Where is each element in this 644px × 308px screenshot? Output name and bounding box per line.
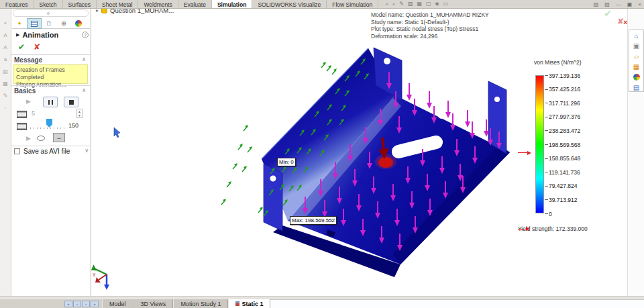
command-tab-solidworks-visualize[interactable]: SOLIDWORKS Visualize bbox=[252, 0, 327, 8]
command-tab-weldments[interactable]: Weldments bbox=[138, 0, 178, 8]
command-tab-simulation[interactable]: Simulation bbox=[212, 0, 252, 8]
edit-sketch-icon[interactable]: ✎ bbox=[399, 1, 404, 7]
message-section-header[interactable]: Message bbox=[14, 56, 42, 64]
text-style-icon[interactable]: a bbox=[1, 56, 9, 64]
play-button[interactable]: ▶ bbox=[26, 98, 31, 105]
select-tool-icon[interactable]: ⌖ bbox=[1, 19, 9, 28]
frames-spinner[interactable]: ▲ ▼ bbox=[76, 109, 83, 118]
help-icon[interactable]: ? bbox=[82, 32, 89, 38]
list-icon bbox=[31, 21, 38, 27]
task-pane-tabs: ⌂▣▱▦▤ bbox=[629, 30, 644, 92]
mouse-cursor-icon bbox=[114, 127, 120, 138]
tab-animation-wizard[interactable]: ✦ bbox=[12, 18, 27, 29]
document-tab-model[interactable]: Model bbox=[102, 299, 133, 308]
eraser-icon[interactable]: ✎ bbox=[1, 92, 9, 100]
yield-strength-row: Yield strength: 172.339.000 bbox=[518, 225, 588, 232]
command-tab-sketch[interactable]: Sketch bbox=[34, 0, 63, 8]
document-tabs: Model3D ViewsMotion Study 1Static 1 bbox=[102, 299, 270, 308]
prev-sheet-button[interactable]: ‹ bbox=[73, 301, 81, 307]
tab-display-manager[interactable] bbox=[71, 18, 86, 29]
annotation-add-icon[interactable]: A bbox=[1, 44, 9, 52]
svg-text:X: X bbox=[93, 272, 96, 277]
study-icon bbox=[235, 301, 239, 306]
resources-cube-icon[interactable]: ▣ bbox=[629, 41, 643, 51]
panel-title: Animation bbox=[22, 31, 58, 39]
min-flag[interactable]: Min: 0 bbox=[277, 158, 296, 166]
frames-per-second-icon bbox=[17, 111, 27, 118]
command-tab-features[interactable]: Features bbox=[0, 0, 34, 8]
graphics-viewport[interactable]: ▸ Question 1_MUHAM... Model name: Questi… bbox=[91, 9, 627, 296]
playmode-normal-button[interactable]: ▶ bbox=[26, 135, 31, 142]
command-tab-sheet-metal[interactable]: Sheet Metal bbox=[97, 0, 138, 8]
display-style-icon[interactable]: ▢ bbox=[426, 1, 431, 7]
document-tab-static-1[interactable]: Static 1 bbox=[228, 299, 270, 308]
legend-title: von Mises (N/m^2) bbox=[534, 59, 582, 66]
window-close-icon[interactable]: × bbox=[638, 1, 641, 8]
pin-icon[interactable]: ◦ bbox=[1, 104, 9, 112]
command-tab-evaluate[interactable]: Evaluate bbox=[178, 0, 212, 8]
stress-legend: von Mises (N/m^2) 397.139.136357.425.216… bbox=[517, 59, 627, 240]
legend-value: 79.427.824 bbox=[549, 183, 578, 189]
stop-icon bbox=[69, 100, 74, 105]
legend-value: 119.141.736 bbox=[549, 169, 580, 176]
scene-icon[interactable]: ▦ bbox=[417, 1, 422, 7]
spinner-down-icon[interactable]: ▼ bbox=[77, 113, 82, 117]
annotation-a-icon[interactable]: A bbox=[1, 32, 9, 40]
animation-collapse-arrow[interactable]: ▶ bbox=[16, 32, 19, 38]
property-manager-panel: ✦🗋⊕ ▶ Animation ? ✔ ✘ Message ∧ Creation… bbox=[11, 9, 91, 296]
design-library-folder-icon[interactable]: ▱ bbox=[629, 52, 643, 62]
command-tabs: FeaturesSketchSurfacesSheet MetalWeldmen… bbox=[0, 0, 378, 8]
task-pane: ⌂▣▱▦▤ bbox=[627, 9, 644, 296]
window-minimize-icon[interactable]: — bbox=[616, 1, 621, 8]
playmode-loop-button[interactable] bbox=[37, 136, 45, 141]
playmode-reciprocate-button[interactable]: ↔ bbox=[53, 133, 65, 142]
document-tab-3d-views[interactable]: 3D Views bbox=[133, 299, 174, 308]
max-flag[interactable]: Max: 198.569.552 bbox=[290, 216, 337, 225]
speed-slider-thumb[interactable] bbox=[46, 119, 52, 127]
doc-restore-icon[interactable]: ▤ bbox=[604, 1, 610, 8]
save-avi-checkbox[interactable] bbox=[14, 148, 20, 154]
ok-button[interactable]: ✔ bbox=[18, 42, 25, 52]
yield-marker-arrow bbox=[518, 151, 531, 155]
custom-properties-icon[interactable]: ▤ bbox=[629, 83, 643, 93]
legend-value: 198.569.568 bbox=[549, 142, 580, 148]
basics-collapse-icon[interactable]: ∧ bbox=[82, 87, 86, 93]
document-tab-motion-study-1[interactable]: Motion Study 1 bbox=[173, 299, 228, 308]
doc-minimize-icon[interactable]: ▤ bbox=[594, 1, 599, 8]
appearance-icon[interactable]: ▨ bbox=[408, 1, 413, 7]
copy-page-icon[interactable]: ▤ bbox=[1, 68, 9, 76]
tab-property-manager[interactable] bbox=[27, 18, 42, 29]
next-sheet-button[interactable]: › bbox=[82, 301, 90, 307]
message-collapse-icon[interactable]: ∧ bbox=[82, 56, 86, 62]
zoom-area-icon[interactable]: ⌕ bbox=[392, 1, 395, 7]
speed-slider-track[interactable] bbox=[30, 127, 65, 129]
legend-value: 238.283.472 bbox=[549, 127, 580, 134]
command-tab-surfaces[interactable]: Surfaces bbox=[63, 0, 97, 8]
avi-collapse-icon[interactable]: ∨ bbox=[85, 148, 89, 154]
home-icon[interactable]: ⌂ bbox=[629, 31, 643, 41]
legend-color-bar bbox=[535, 75, 544, 213]
panel-scroll-strip[interactable] bbox=[13, 9, 89, 17]
last-sheet-button[interactable]: » bbox=[91, 301, 99, 307]
legend-value: 158.855.648 bbox=[549, 155, 580, 162]
window-restore-icon[interactable]: ▣ bbox=[627, 1, 633, 8]
first-sheet-button[interactable]: « bbox=[64, 301, 72, 307]
collapsed-toolbar-strip: ⌖AAa▤▦✎◦ bbox=[0, 9, 11, 296]
legend-value: 397.139.136 bbox=[549, 72, 580, 79]
cancel-button[interactable]: ✘ bbox=[34, 42, 40, 52]
window-controls: ▤▤—▣× bbox=[594, 0, 641, 9]
stop-button[interactable] bbox=[64, 97, 78, 107]
sheet-nav-buttons: «‹›» bbox=[64, 299, 99, 308]
display-settings-icon[interactable]: ▭ bbox=[443, 1, 449, 7]
image-icon[interactable]: ▦ bbox=[1, 80, 9, 88]
pause-button[interactable] bbox=[43, 97, 58, 107]
frames-value[interactable]: 5 bbox=[32, 110, 35, 117]
zoom-fit-icon[interactable]: ⌕ bbox=[385, 1, 388, 7]
tab-dimxpert[interactable]: ⊕ bbox=[56, 18, 71, 29]
file-explorer-icon[interactable]: ▦ bbox=[629, 62, 643, 72]
appearances-icon[interactable] bbox=[629, 72, 643, 83]
command-tab-flow-simulation[interactable]: Flow Simulation bbox=[327, 0, 378, 8]
basics-section-header[interactable]: Basics bbox=[14, 87, 36, 95]
view-orientation-icon[interactable]: ◈ bbox=[435, 1, 439, 7]
tab-configuration[interactable]: 🗋 bbox=[42, 18, 56, 29]
